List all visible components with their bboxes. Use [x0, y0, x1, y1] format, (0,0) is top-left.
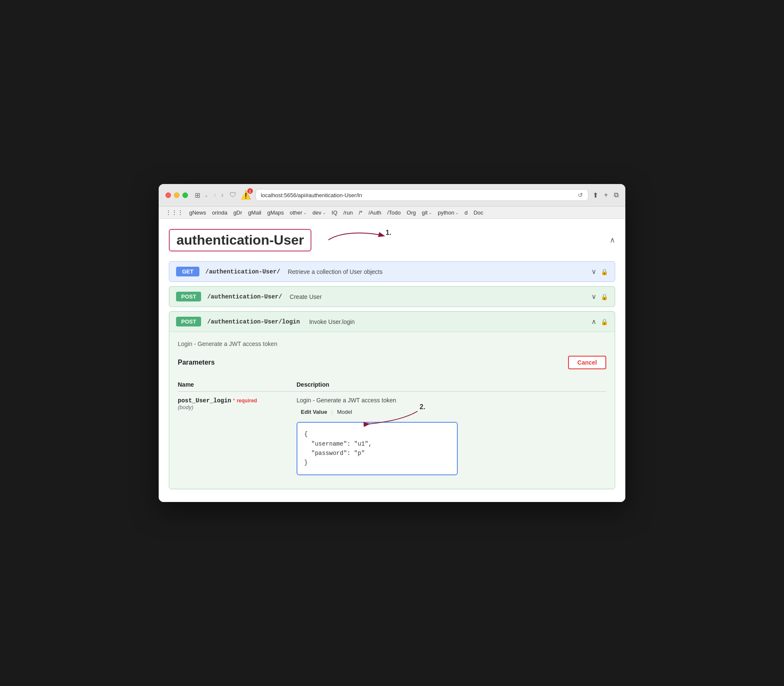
endpoint-actions-get: ∨ 🔒 — [591, 268, 608, 276]
required-star: * — [233, 397, 235, 404]
endpoint-desc-post-create: Create User — [290, 293, 322, 300]
endpoint-path-post-create: /authentication-User/ — [207, 293, 282, 300]
bookmark-comment[interactable]: /* — [359, 209, 363, 216]
apps-grid-icon[interactable]: ⋮⋮⋮ — [165, 209, 183, 216]
bookmark-iq[interactable]: IQ — [332, 209, 338, 216]
bookmark-gmaps[interactable]: gMaps — [267, 209, 284, 216]
json-content[interactable]: { "username": "u1", "password": "p" } — [304, 429, 450, 468]
bookmark-org[interactable]: Org — [407, 209, 416, 216]
panel-description: Login - Generate a JWT access token — [178, 340, 606, 347]
endpoint-desc-post-login: Invoke User.login — [308, 318, 355, 325]
bookmark-auth[interactable]: /Auth — [368, 209, 381, 216]
endpoint-row-post-login: POST /authentication-User/login Invoke U… — [169, 311, 615, 489]
endpoint-actions-post-login: ∧ 🔒 — [591, 318, 608, 326]
warning-badge[interactable]: ⚠️ 1 — [241, 190, 251, 200]
bookmark-d[interactable]: d — [465, 209, 468, 216]
endpoint-actions-post-create: ∨ 🔒 — [591, 293, 608, 301]
method-badge-post-login: POST — [176, 317, 201, 326]
endpoint-row-post-create: POST /authentication-User/ Create User ∨… — [169, 286, 615, 307]
browser-window: ⊞ ⌄ ‹ › 🛡 ⚠️ 1 localhost:5656/api#authen… — [159, 184, 625, 502]
col-name-header: Name — [178, 378, 297, 392]
tabs-icon[interactable]: ⧉ — [614, 191, 619, 199]
edit-value-tab[interactable]: Edit Value — [297, 407, 331, 418]
json-editor[interactable]: { "username": "u1", "password": "p" } — [297, 422, 458, 475]
bookmark-git[interactable]: git ⌄ — [422, 209, 432, 216]
get-collapse-icon[interactable]: ∨ — [591, 268, 596, 276]
post-create-collapse-icon[interactable]: ∨ — [591, 293, 596, 301]
method-badge-get: GET — [176, 267, 199, 276]
python-chevron-icon: ⌄ — [455, 210, 459, 215]
endpoint-row-get: GET /authentication-User/ Retrieve a col… — [169, 261, 615, 282]
endpoint-path-post-login: /authentication-User/login — [207, 318, 300, 325]
section-header: authentication-User 1. ∧ — [169, 227, 615, 253]
bookmark-todo[interactable]: /Todo — [387, 209, 401, 216]
traffic-lights — [165, 192, 188, 198]
reload-button[interactable]: ↺ — [578, 192, 583, 198]
endpoint-desc-get: Retrieve a collection of User objects — [288, 268, 382, 275]
forward-button[interactable]: › — [219, 190, 225, 200]
section-collapse-button[interactable]: ∧ — [610, 235, 615, 245]
bookmark-python[interactable]: python ⌄ — [438, 209, 459, 216]
bookmark-gmail[interactable]: gMail — [248, 209, 261, 216]
dev-chevron-icon: ⌄ — [322, 210, 326, 215]
annotation-arrow-1: 1. — [316, 227, 400, 253]
main-content: authentication-User 1. ∧ — [159, 219, 625, 502]
table-row: post_User_login * required (body) Login … — [178, 392, 606, 480]
parameters-label: Parameters — [178, 359, 215, 366]
bookmark-run[interactable]: /run — [343, 209, 353, 216]
endpoint-header-get[interactable]: GET /authentication-User/ Retrieve a col… — [169, 262, 615, 282]
param-type: (body) — [178, 404, 297, 410]
bookmark-other[interactable]: other ⌄ — [290, 209, 307, 216]
sidebar-toggle-icon[interactable]: ⊞ — [195, 191, 200, 199]
new-tab-icon[interactable]: + — [604, 191, 608, 199]
bookmarks-bar: ⋮⋮⋮ gNews orinda gDr gMail gMaps other ⌄… — [159, 206, 625, 219]
back-button[interactable]: ‹ — [212, 190, 218, 200]
minimize-button[interactable] — [174, 192, 179, 198]
post-login-lock-icon: 🔒 — [601, 318, 608, 325]
other-chevron-icon: ⌄ — [303, 210, 307, 215]
endpoint-header-post-create[interactable]: POST /authentication-User/ Create User ∨… — [169, 287, 615, 307]
param-name-cell: post_User_login * required (body) — [178, 392, 297, 480]
param-desc-text: Login - Generate a JWT access token — [297, 397, 606, 404]
endpoint-path-get: /authentication-User/ — [205, 268, 280, 275]
close-button[interactable] — [165, 192, 171, 198]
edit-value-tabs: Edit Value | Model — [297, 407, 606, 418]
bookmark-doc[interactable]: Doc — [473, 209, 483, 216]
cancel-button[interactable]: Cancel — [568, 356, 606, 369]
method-badge-post-create: POST — [176, 292, 201, 301]
get-lock-icon: 🔒 — [601, 268, 608, 275]
bookmark-dev[interactable]: dev ⌄ — [313, 209, 326, 216]
bookmark-gnews[interactable]: gNews — [189, 209, 206, 216]
toolbar-icons: ⬆ + ⧉ — [593, 191, 619, 199]
share-icon[interactable]: ⬆ — [593, 191, 598, 199]
bookmark-gdr[interactable]: gDr — [233, 209, 242, 216]
bookmark-orinda[interactable]: orinda — [212, 209, 227, 216]
param-description-cell: Login - Generate a JWT access token Edit… — [297, 392, 606, 480]
warning-count: 1 — [247, 188, 253, 194]
expanded-panel: Login - Generate a JWT access token Para… — [169, 332, 615, 489]
model-tab[interactable]: Model — [333, 407, 356, 418]
shield-icon: 🛡 — [230, 191, 236, 199]
url-text: localhost:5656/api#authentication-User/l… — [261, 192, 574, 198]
nav-arrows: ‹ › — [212, 190, 225, 200]
col-description-header: Description — [297, 378, 606, 392]
annotation-1-label: 1. — [386, 229, 391, 236]
maximize-button[interactable] — [182, 192, 188, 198]
json-editor-container: 2. { " — [297, 422, 606, 475]
post-create-lock-icon: 🔒 — [601, 293, 608, 300]
sidebar-chevron-icon: ⌄ — [204, 193, 208, 198]
address-bar[interactable]: localhost:5656/api#authentication-User/l… — [255, 189, 588, 201]
required-label: required — [237, 398, 257, 404]
section-title: authentication-User — [169, 229, 311, 251]
endpoint-header-post-login[interactable]: POST /authentication-User/login Invoke U… — [169, 312, 615, 332]
git-chevron-icon: ⌄ — [428, 210, 432, 215]
parameters-header: Parameters Cancel — [178, 356, 606, 369]
title-bar: ⊞ ⌄ ‹ › 🛡 ⚠️ 1 localhost:5656/api#authen… — [159, 184, 625, 206]
params-table: Name Description post_User_login * requi… — [178, 378, 606, 480]
post-login-collapse-icon[interactable]: ∧ — [591, 318, 596, 326]
param-name: post_User_login — [178, 397, 231, 404]
